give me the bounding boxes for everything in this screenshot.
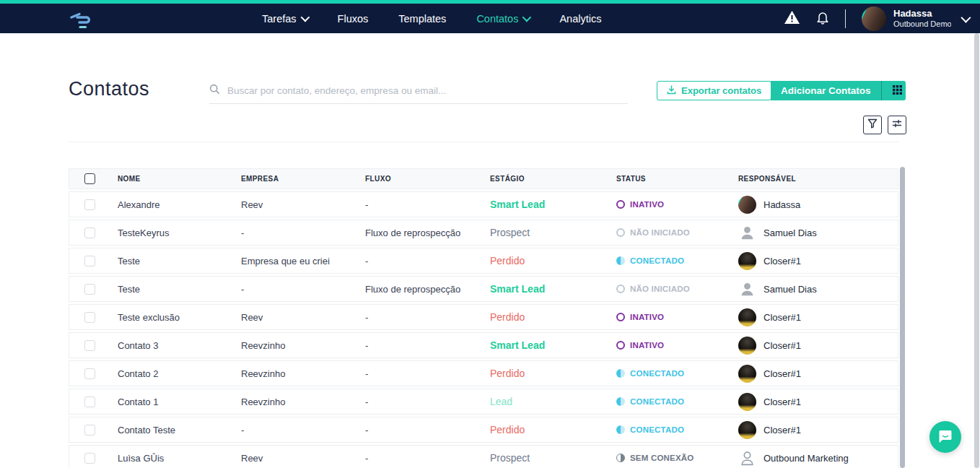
- row-checkbox[interactable]: [84, 199, 95, 210]
- nav-item-analytics[interactable]: Analytics: [559, 13, 601, 25]
- page-title: Contatos: [69, 78, 149, 100]
- nav-label: Tarefas: [262, 13, 297, 25]
- table-row[interactable]: Teste - Fluxo de reprospecção Smart Lead…: [69, 276, 898, 302]
- avatar: [738, 393, 756, 411]
- filter-button[interactable]: [863, 116, 882, 134]
- status-label: CONECTADO: [630, 425, 684, 434]
- cell-nome: Contato Teste: [118, 425, 241, 436]
- stage-label: Smart Lead: [490, 199, 545, 210]
- reev-logo-icon[interactable]: [69, 10, 97, 33]
- table-row[interactable]: Contato Teste - - Perdido CONECTADO Clos…: [69, 417, 898, 443]
- main-nav: Tarefas Fluxos Templates Contatos Analyt…: [262, 4, 601, 33]
- status-icon: [616, 369, 625, 378]
- cell-status: NÃO INICIADO: [616, 228, 738, 237]
- status-label: INATIVO: [630, 341, 664, 350]
- col-header-empresa[interactable]: EMPRESA: [241, 175, 365, 183]
- top-navbar: Tarefas Fluxos Templates Contatos Analyt…: [0, 0, 980, 33]
- cell-empresa: Reev: [241, 199, 365, 210]
- row-checkbox[interactable]: [84, 340, 95, 351]
- row-checkbox[interactable]: [84, 453, 95, 464]
- grid-view-button[interactable]: [888, 81, 906, 100]
- row-checkbox[interactable]: [84, 284, 95, 295]
- avatar: [738, 280, 756, 298]
- cell-nome: Alexandre: [118, 199, 241, 210]
- table-row[interactable]: Alexandre Reev - Smart Lead INATIVO Hada…: [69, 191, 898, 217]
- status-icon: [616, 256, 625, 265]
- stage-label: Perdido: [490, 255, 525, 266]
- cell-empresa: Reev: [241, 453, 365, 464]
- cell-fluxo: -: [365, 425, 490, 436]
- cell-nome: Luìsa GÛis: [118, 453, 241, 464]
- stage-label: Smart Lead: [490, 339, 545, 351]
- nav-item-fluxos[interactable]: Fluxos: [338, 13, 369, 25]
- cell-fluxo: -: [365, 368, 490, 379]
- cell-empresa: Reev: [241, 312, 365, 323]
- chat-widget-button[interactable]: [929, 421, 961, 453]
- cell-status: SEM CONEXÃO: [616, 454, 738, 462]
- cell-empresa: -: [241, 425, 365, 436]
- table-row[interactable]: TesteKeyrus - Fluxo de reprospecção Pros…: [69, 220, 898, 246]
- table-scrollbar-thumb[interactable]: [900, 167, 905, 468]
- settings-sliders-button[interactable]: [888, 116, 906, 134]
- row-checkbox[interactable]: [84, 368, 95, 379]
- cell-fluxo: -: [365, 256, 490, 266]
- nav-item-templates[interactable]: Templates: [398, 13, 446, 25]
- status-icon: [616, 454, 625, 462]
- col-header-fluxo[interactable]: FLUXO: [365, 175, 490, 183]
- app-window: Tarefas Fluxos Templates Contatos Analyt…: [0, 0, 980, 468]
- row-checkbox[interactable]: [84, 228, 95, 238]
- col-header-nome[interactable]: NOME: [118, 175, 241, 183]
- export-contacts-button[interactable]: Exportar contatos: [657, 81, 771, 100]
- row-checkbox[interactable]: [84, 256, 95, 266]
- col-header-responsavel[interactable]: RESPONSÁVEL: [738, 175, 898, 183]
- avatar: [862, 6, 886, 31]
- avatar: [738, 252, 756, 270]
- user-org: Outbound Demo: [893, 20, 951, 29]
- add-contacts-button[interactable]: Adicionar Contatos: [771, 81, 881, 100]
- col-header-status[interactable]: STATUS: [616, 175, 738, 183]
- col-header-estagio[interactable]: ESTÁGIO: [490, 175, 616, 183]
- status-label: SEM CONEXÃO: [630, 454, 694, 462]
- warning-icon[interactable]: [784, 10, 800, 27]
- table-row[interactable]: Contato 1 Reevzinho - Lead CONECTADO Clo…: [69, 389, 898, 415]
- table-row[interactable]: Teste exclusão Reev - Perdido INATIVO Cl…: [69, 304, 898, 330]
- avatar: [738, 449, 756, 467]
- chevron-down-icon: [300, 13, 310, 22]
- table-body: Alexandre Reev - Smart Lead INATIVO Hada…: [69, 191, 898, 468]
- add-contacts-split-button: Adicionar Contatos: [771, 81, 901, 100]
- status-label: INATIVO: [630, 200, 664, 209]
- nav-item-contatos[interactable]: Contatos: [476, 13, 529, 25]
- cell-status: CONECTADO: [616, 369, 738, 378]
- table-row[interactable]: Contato 3 Reevzinho - Smart Lead INATIVO…: [69, 332, 898, 358]
- user-menu[interactable]: Hadassa Outbound Demo: [862, 6, 968, 31]
- responsible-name: Closer#1: [764, 312, 801, 323]
- stage-label: Prospect: [490, 227, 530, 238]
- table-row[interactable]: Luìsa GÛis Reev - Prospect SEM CONEXÃO O…: [69, 445, 898, 468]
- download-icon: [667, 85, 676, 97]
- nav-label: Fluxos: [338, 13, 369, 25]
- status-icon: [616, 285, 625, 293]
- row-checkbox[interactable]: [84, 312, 95, 323]
- row-checkbox[interactable]: [84, 396, 95, 407]
- cell-empresa: Empresa que eu criei: [241, 256, 365, 266]
- row-checkbox[interactable]: [84, 425, 95, 436]
- cell-status: CONECTADO: [616, 397, 738, 406]
- status-label: INATIVO: [630, 313, 664, 321]
- cell-status: INATIVO: [616, 341, 738, 350]
- status-label: NÃO INICIADO: [630, 285, 690, 293]
- cell-nome: Teste: [118, 284, 241, 295]
- responsible-name: Closer#1: [764, 396, 801, 407]
- cell-empresa: -: [241, 228, 365, 238]
- table-row[interactable]: Teste Empresa que eu criei - Perdido CON…: [69, 248, 898, 274]
- search-bar: [209, 78, 628, 104]
- cell-nome: Teste exclusão: [118, 312, 241, 323]
- search-input[interactable]: [227, 85, 628, 96]
- nav-item-tarefas[interactable]: Tarefas: [262, 13, 307, 25]
- status-label: NÃO INICIADO: [630, 228, 690, 237]
- bell-icon[interactable]: [816, 10, 829, 27]
- cell-nome: TesteKeyrus: [118, 228, 241, 238]
- select-all-checkbox[interactable]: [84, 173, 95, 184]
- status-icon: [616, 228, 625, 237]
- table-row[interactable]: Contato 2 Reevzinho - Perdido CONECTADO …: [69, 360, 898, 386]
- window-scrollbar-thumb[interactable]: [974, 33, 979, 468]
